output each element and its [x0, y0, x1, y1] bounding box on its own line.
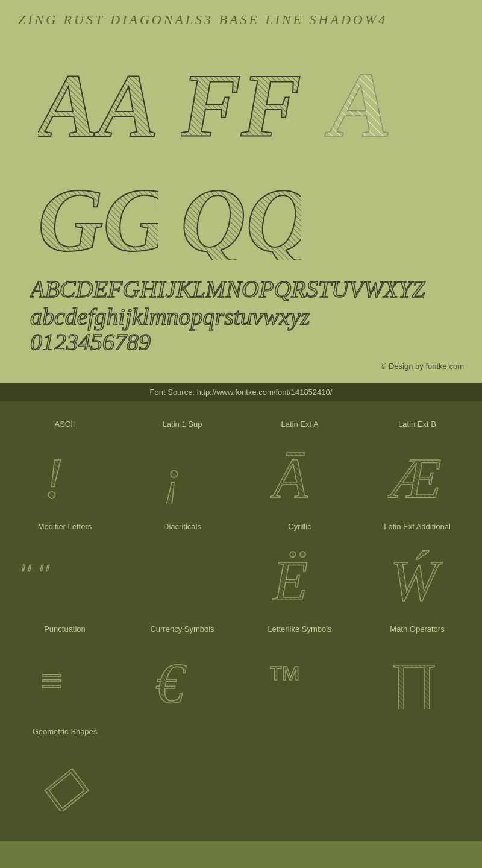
glyph-aa: AA AA: [30, 40, 167, 148]
svg-rect-77: [38, 745, 92, 811]
glyph-big-a-svg: A A: [324, 43, 444, 145]
charset-latin1sup-label: Latin 1 Sup: [127, 420, 238, 429]
charset-latin1sup-svg: ¡ ¡: [158, 438, 207, 504]
charset-modifier-label: Modifier Letters: [9, 522, 120, 531]
svg-rect-73: [387, 643, 448, 709]
svg-rect-57: [387, 540, 448, 606]
svg-rect-65: [152, 643, 213, 709]
charset-math-label: Math Operators: [362, 624, 473, 634]
charset-punctuation-label: Punctuation: [9, 624, 120, 634]
charset-latin-ext-a-svg: Ā Ā: [270, 438, 330, 504]
glyph-qq-svg: QQ QQ: [181, 157, 301, 260]
charset-currency-svg: € €: [152, 643, 213, 709]
charset-latin-ext-add-svg: Ẃ Ẃ: [387, 540, 448, 606]
bottom-section: Font Source: http://www.fontke.com/font/…: [0, 383, 482, 841]
glyph-ff: FF FF: [173, 40, 310, 148]
charset-latin-ext-add-label: Latin Ext Additional: [362, 522, 473, 531]
svg-rect-11: [324, 43, 444, 145]
display-glyphs-grid-2: GG GG QQ QQ: [18, 154, 464, 263]
charset-latin-ext-a-glyph-area: Ā Ā: [244, 438, 355, 504]
glyph-qq: QQ QQ: [173, 154, 310, 263]
charset-currency: Currency Symbols € €: [124, 618, 241, 721]
charset-ascii-svg: ! !: [41, 438, 89, 504]
charset-geometric: Geometric Shapes ◇ ◇: [6, 721, 124, 823]
charset-punctuation-glyph-area: ≡ ≡: [9, 643, 120, 709]
glyph-gg-svg: GG GG: [38, 157, 158, 260]
charset-math-glyph-area: ∏ ∏: [362, 643, 473, 709]
charset-ascii-label: ASCII: [9, 420, 120, 429]
charset-latin1sup-glyph-area: ¡ ¡: [127, 438, 238, 504]
charset-latin-ext-b-label: Latin Ext B: [362, 420, 473, 429]
svg-rect-45: [387, 438, 448, 504]
svg-rect-37: [158, 438, 207, 504]
svg-rect-19: [181, 157, 301, 260]
charset-geometric-label: Geometric Shapes: [9, 727, 120, 736]
charset-ascii-glyph-area: ! !: [9, 438, 120, 504]
svg-rect-61: [35, 652, 95, 700]
charset-math: Math Operators ∏ ∏: [358, 618, 476, 721]
charset-latin1sup: Latin 1 Sup ¡ ¡: [124, 414, 241, 516]
svg-rect-25: [30, 272, 476, 305]
svg-rect-3: [38, 43, 158, 145]
charset-latin-ext-b-svg: Æ Æ: [387, 438, 448, 504]
charset-letterlike-label: Letterlike Symbols: [244, 624, 355, 634]
charset-modifier-glyph-area: ˈˈ ˈˈ ˈˈ ˈˈ: [9, 540, 120, 606]
charset-latin-ext-b: Latin Ext B Æ Æ: [358, 414, 476, 516]
charset-latin-ext-add-glyph-area: Ẃ Ẃ: [362, 540, 473, 606]
top-section: ZING RUST DIAGONALS3 BASE LINE SHADOW4 A…: [0, 0, 482, 383]
charset-diacriticals-label: Diacriticals: [127, 522, 238, 531]
charset-cyrillic-svg: Ё Ё: [270, 540, 330, 606]
charset-modifier-svg: ˈˈ ˈˈ ˈˈ ˈˈ: [17, 558, 113, 588]
charset-diacriticals: Diacriticals: [124, 516, 241, 618]
charset-cyrillic-glyph-area: Ё Ё: [244, 540, 355, 606]
charset-letterlike-svg: ™ ™: [264, 652, 336, 700]
svg-rect-41: [270, 438, 330, 504]
charset-latin-ext-b-glyph-area: Æ Æ: [362, 438, 473, 504]
svg-rect-7: [181, 43, 301, 145]
glyph-big-a: A A: [315, 40, 452, 148]
charset-math-svg: ∏ ∏: [387, 643, 448, 709]
empty-cell-3: [358, 721, 476, 823]
glyph-ff-svg: FF FF: [181, 43, 301, 145]
svg-rect-53: [270, 540, 330, 606]
glyph-empty: [315, 154, 452, 263]
svg-rect-69: [264, 652, 336, 700]
svg-rect-29: [30, 329, 476, 350]
empty-cell-2: [241, 721, 358, 823]
charset-punctuation-svg: ≡ ≡: [35, 652, 95, 700]
svg-rect-33: [41, 438, 89, 504]
charset-ascii: ASCII ! !: [6, 414, 124, 516]
charset-latin-ext-add: Latin Ext Additional Ẃ Ẃ: [358, 516, 476, 618]
charset-cyrillic: Cyrillic Ё Ё: [241, 516, 358, 618]
svg-rect-15: [38, 157, 158, 260]
svg-rect-27: [30, 301, 476, 331]
charset-modifier: Modifier Letters ˈˈ ˈˈ ˈˈ ˈˈ: [6, 516, 124, 618]
alphabet-svg: ABCDEFGHIJKLMNOPQRSTUVWXYZ abcdefghijklm…: [30, 272, 476, 350]
alphabet-container: ABCDEFGHIJKLMNOPQRSTUVWXYZ abcdefghijklm…: [18, 269, 464, 356]
font-source-bar: Font Source: http://www.fontke.com/font/…: [0, 383, 482, 401]
svg-rect-49: [17, 558, 113, 588]
charset-cyrillic-label: Cyrillic: [244, 522, 355, 531]
charset-punctuation: Punctuation ≡ ≡: [6, 618, 124, 721]
charset-latin-ext-a-label: Latin Ext A: [244, 420, 355, 429]
font-title: ZING RUST DIAGONALS3 BASE LINE SHADOW4: [18, 12, 464, 28]
copyright: © Design by fontke.com: [18, 362, 464, 377]
charset-letterlike: Letterlike Symbols ™ ™: [241, 618, 358, 721]
charset-currency-label: Currency Symbols: [127, 624, 238, 634]
charset-letterlike-glyph-area: ™ ™: [244, 643, 355, 709]
charset-geometric-svg: ◇ ◇: [38, 745, 92, 811]
charset-latin-ext-a: Latin Ext A Ā Ā: [241, 414, 358, 516]
display-glyphs-grid: AA AA FF FF: [18, 40, 464, 148]
empty-cell-1: [124, 721, 241, 823]
charset-grid: ASCII ! ! Latin 1 Sup: [0, 414, 482, 823]
glyph-aa-svg: AA AA: [38, 43, 158, 145]
charset-geometric-glyph-area: ◇ ◇: [9, 745, 120, 811]
charset-currency-glyph-area: € €: [127, 643, 238, 709]
charset-diacriticals-glyph-area: [127, 540, 238, 606]
glyph-gg: GG GG: [30, 154, 167, 263]
